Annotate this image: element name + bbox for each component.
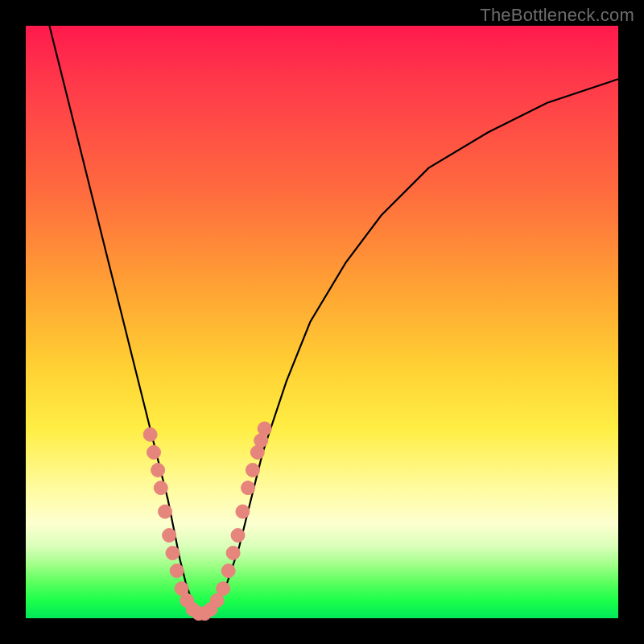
marker-dot [246,464,259,477]
marker-dot [147,445,161,459]
marker-dot [166,547,180,560]
watermark-text: TheBottleneck.com [480,5,634,26]
bottleneck-curve-svg [26,26,618,618]
marker-dot [236,505,250,518]
marker-dot [143,427,157,441]
marker-dot [242,481,255,495]
marker-dot [151,464,165,477]
page-frame: TheBottleneck.com [0,0,644,644]
marker-dot [170,564,184,578]
marker-dot [258,422,271,436]
marker-dot [163,529,176,543]
plot-area [26,26,618,618]
marker-dots-group [143,422,271,621]
marker-dot [217,582,230,596]
marker-dot [159,505,172,518]
marker-dot [226,547,240,560]
marker-dot [231,529,245,543]
marker-dot [154,481,167,495]
marker-dot [221,564,235,578]
bottleneck-curve [49,26,618,618]
